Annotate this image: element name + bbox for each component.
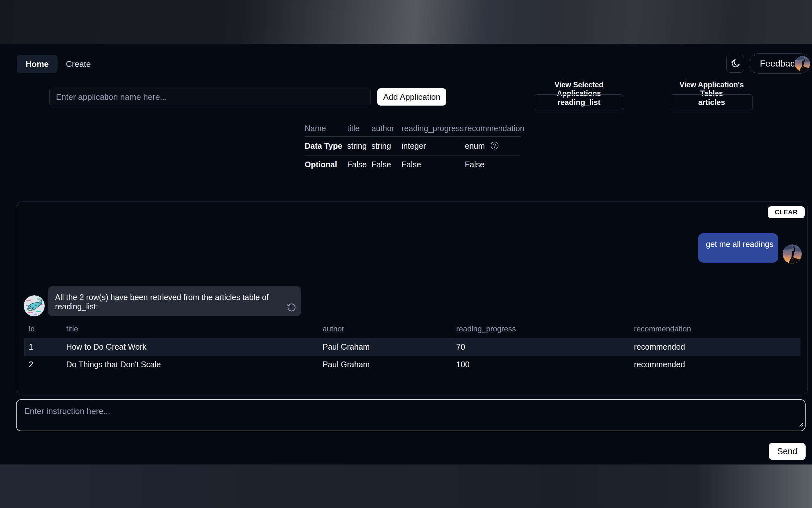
- clear-chat-button[interactable]: CLEAR: [768, 206, 805, 218]
- cell-author: Paul Graham: [323, 342, 456, 351]
- schema-cell: False: [372, 160, 401, 169]
- selected-application-dropdown[interactable]: reading_list: [535, 94, 623, 110]
- schema-col-author: author: [372, 124, 401, 133]
- schema-cell: False: [347, 160, 372, 169]
- cell-recommendation: recommended: [634, 360, 801, 369]
- user-chat-bubble: get me all readings: [698, 233, 778, 263]
- result-col-title: title: [66, 324, 323, 333]
- table-row: 1 How to Do Great Work Paul Graham 70 re…: [24, 338, 801, 356]
- result-col-author: author: [323, 324, 456, 333]
- retry-button[interactable]: [286, 303, 297, 313]
- result-col-reading-progress: reading_progress: [456, 324, 634, 333]
- bot-chat-bubble: All the 2 row(s) have been retrieved fro…: [48, 286, 301, 316]
- schema-col-name: Name: [305, 124, 347, 133]
- rotate-ccw-icon: [287, 308, 296, 313]
- result-table-header: id title author reading_progress recomme…: [24, 320, 801, 338]
- schema-cell: string: [347, 141, 372, 151]
- cell-title: Do Things that Don't Scale: [66, 360, 323, 369]
- user-avatar[interactable]: [795, 56, 810, 71]
- schema-row-label: Optional: [305, 160, 347, 169]
- cell-id: 2: [29, 360, 66, 369]
- tab-home[interactable]: Home: [17, 55, 57, 73]
- schema-table-header: Name title author reading_progress recom…: [305, 120, 521, 136]
- user-chat-avatar: [782, 244, 802, 264]
- schema-cell: False: [465, 160, 521, 169]
- cell-recommendation: recommended: [634, 342, 801, 351]
- send-button[interactable]: Send: [769, 443, 806, 460]
- instruction-input[interactable]: [16, 399, 806, 431]
- bot-message-text: All the 2 row(s) have been retrieved fro…: [55, 293, 269, 311]
- enum-help-button[interactable]: [490, 141, 499, 151]
- selected-table-dropdown[interactable]: articles: [671, 94, 753, 110]
- result-col-id: id: [29, 324, 66, 333]
- cell-reading-progress: 100: [456, 360, 634, 369]
- application-name-input[interactable]: [49, 89, 371, 105]
- window-bottom-gradient: [0, 465, 812, 508]
- add-application-button[interactable]: Add Application: [377, 88, 446, 105]
- schema-col-recommendation: recommendation: [465, 124, 521, 133]
- help-circle-icon: [490, 141, 499, 151]
- cell-reading-progress: 70: [456, 342, 634, 351]
- schema-cell: enum: [465, 141, 485, 151]
- schema-table: Name title author reading_progress recom…: [305, 120, 521, 173]
- chat-panel: CLEAR get me all readings: [17, 202, 808, 395]
- instruction-input-wrap: [16, 399, 806, 431]
- cell-id: 1: [29, 342, 66, 351]
- schema-cell: False: [401, 160, 465, 169]
- result-table: id title author reading_progress recomme…: [24, 320, 801, 373]
- schema-row-label: Data Type: [305, 141, 347, 151]
- theme-toggle-button[interactable]: [726, 55, 744, 73]
- user-message-text: get me all readings: [706, 240, 773, 249]
- schema-col-reading-progress: reading_progress: [401, 124, 465, 133]
- schema-cell: integer: [401, 141, 465, 151]
- moon-stars-icon: [730, 58, 741, 70]
- schema-row-data-type: Data Type string string integer enum: [305, 136, 521, 155]
- cell-author: Paul Graham: [323, 360, 456, 369]
- cell-title: How to Do Great Work: [66, 342, 323, 351]
- table-row: 2 Do Things that Don't Scale Paul Graham…: [24, 356, 801, 373]
- bot-whale-avatar: [23, 295, 45, 316]
- schema-row-optional: Optional False False False False: [305, 155, 521, 173]
- schema-cell: string: [372, 141, 401, 151]
- window-top-gradient: [0, 0, 812, 44]
- result-col-recommendation: recommendation: [634, 324, 801, 333]
- tab-create[interactable]: Create: [61, 55, 95, 73]
- schema-col-title: title: [347, 124, 372, 133]
